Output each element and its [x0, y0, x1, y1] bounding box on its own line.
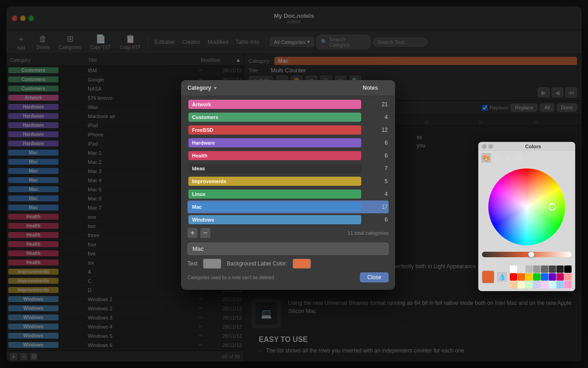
- colors-close-dot[interactable]: [482, 144, 486, 149]
- modal-cat-bar: Ideas: [188, 164, 361, 173]
- modal-cat-count: 4: [365, 114, 388, 120]
- color-swatch-cell[interactable]: [564, 273, 572, 281]
- modal-cat-bar: Windows: [188, 215, 361, 224]
- colors-traffic-lights: [482, 144, 493, 149]
- modal-category-item[interactable]: FreeBSD 12: [187, 124, 389, 136]
- color-swatch-cell[interactable]: [541, 265, 548, 273]
- color-swatch-cell[interactable]: [541, 273, 548, 281]
- color-swatch-cell[interactable]: [549, 273, 556, 281]
- modal-category-item[interactable]: Improvements 5: [187, 175, 389, 188]
- color-swatches-area: 💧: [478, 263, 575, 291]
- color-wheel-mode-btn[interactable]: 🎨: [481, 153, 491, 163]
- modal-cat-count: 4: [365, 191, 388, 197]
- remove-category-button[interactable]: −: [200, 228, 210, 238]
- modal-cat-count: 6: [365, 152, 388, 159]
- color-swatch-cell[interactable]: [510, 273, 517, 281]
- color-sliders-area: [478, 249, 575, 263]
- modal-edit-section: Text Background Label Color:: [181, 238, 395, 269]
- modal-category-item[interactable]: Windows 6: [187, 213, 389, 224]
- colors-panel-title: Colors: [495, 144, 572, 149]
- modal-category-item[interactable]: Customers 4: [187, 111, 389, 124]
- modal-notes-col-header: Notes: [352, 85, 389, 91]
- brightness-thumb: [528, 251, 535, 258]
- text-color-swatch[interactable]: [203, 259, 221, 269]
- color-wheel-cursor: [549, 203, 556, 211]
- modal-category-item[interactable]: Artwork 21: [187, 98, 389, 111]
- modal-category-col-header: Category ▼: [187, 85, 352, 91]
- add-category-button[interactable]: +: [187, 228, 198, 238]
- modal-cat-bar: Improvements: [188, 177, 361, 186]
- color-swatch-cell[interactable]: [510, 265, 517, 273]
- color-swatch-cell[interactable]: [564, 281, 572, 288]
- modal-category-item[interactable]: Linux 4: [187, 188, 389, 200]
- color-swatch-cell[interactable]: [525, 273, 533, 281]
- brightness-slider[interactable]: [482, 252, 572, 257]
- color-modes-bar: 🎨 ⊟ ⊞ 🖼 ✏: [478, 151, 575, 165]
- color-crayons-mode-btn[interactable]: ✏: [525, 153, 535, 163]
- modal-category-item[interactable]: Hardware 6: [187, 136, 389, 149]
- modal-cat-count: 21: [365, 101, 388, 108]
- modal-category-header-label: Category: [187, 85, 211, 91]
- color-swatch-cell[interactable]: [518, 265, 525, 273]
- delete-note: Categories used by a note can't be delet…: [187, 275, 274, 280]
- modal-category-item[interactable]: Ideas 7: [187, 162, 389, 175]
- color-swatch-cell[interactable]: [556, 281, 564, 288]
- current-color-swatch[interactable]: [482, 271, 494, 283]
- color-swatch-cell[interactable]: [518, 281, 525, 288]
- modal-cat-bar: Customers: [188, 113, 361, 122]
- colors-panel: Colors 🎨 ⊟ ⊞ 🖼 ✏ 💧: [478, 142, 575, 291]
- color-swatch-cell[interactable]: [518, 273, 525, 281]
- text-color-label: Text: [187, 260, 198, 267]
- modal-cat-count: 6: [365, 216, 388, 223]
- color-swatch-cell[interactable]: [556, 273, 564, 281]
- color-image-mode-btn[interactable]: 🖼: [514, 153, 524, 163]
- category-name-input[interactable]: [187, 243, 389, 255]
- color-swatch-cell[interactable]: [533, 281, 540, 288]
- modal-cat-bar: Mac: [188, 202, 361, 211]
- color-swatch-cell[interactable]: [525, 281, 533, 288]
- color-swatch-cell[interactable]: [525, 265, 533, 273]
- modal-header: Category ▼ Notes: [181, 80, 395, 96]
- modal-cat-bar: Linux: [188, 189, 361, 199]
- modal-category-item[interactable]: Health 6: [187, 149, 389, 162]
- modal-cat-count: 5: [365, 178, 388, 184]
- color-swatch-cell[interactable]: [510, 281, 517, 288]
- color-swatch-cell[interactable]: [549, 281, 556, 288]
- modal-cat-count: 6: [365, 140, 388, 146]
- close-modal-button[interactable]: Close: [360, 272, 389, 282]
- modal-category-item[interactable]: Mac 17: [187, 200, 389, 213]
- colors-minimize-dot[interactable]: [488, 144, 493, 149]
- bg-color-label: Background Label Color:: [227, 260, 287, 267]
- color-wheel-container[interactable]: [478, 165, 575, 249]
- sort-down-icon: ▼: [213, 86, 218, 91]
- modal-cat-count: 12: [365, 127, 388, 133]
- modal-cat-bar: Hardware: [188, 138, 361, 147]
- color-sliders-mode-btn[interactable]: ⊟: [492, 153, 502, 163]
- color-swatch-cell[interactable]: [549, 265, 556, 273]
- total-categories: 11 total categories: [213, 230, 389, 236]
- modal-cat-bar: Health: [188, 151, 361, 160]
- modal-cat-bar: FreeBSD: [188, 125, 361, 135]
- color-swatch-grid: [510, 265, 572, 288]
- modal-cat-bar: Artwork: [188, 100, 361, 109]
- color-swatch-cell[interactable]: [564, 265, 572, 273]
- color-swatch-cell[interactable]: [533, 265, 540, 273]
- modal-bottom-row: Categories used by a note can't be delet…: [181, 269, 395, 282]
- categories-modal: Category ▼ Notes Artwork 21 Customers 4 …: [181, 80, 395, 290]
- bg-color-swatch[interactable]: [293, 259, 311, 269]
- modal-list-footer: + − 11 total categories: [181, 224, 395, 238]
- color-swatch-cell[interactable]: [533, 273, 540, 281]
- color-swatch-cell[interactable]: [541, 281, 548, 288]
- modal-cat-count: 7: [365, 165, 388, 172]
- color-wheel[interactable]: [488, 168, 565, 245]
- color-palette-mode-btn[interactable]: ⊞: [503, 153, 513, 163]
- modal-list: Artwork 21 Customers 4 FreeBSD 12 Hardwa…: [181, 96, 395, 224]
- modal-color-row: Text Background Label Color:: [187, 259, 389, 269]
- colors-panel-header: Colors: [478, 142, 575, 151]
- eyedropper-button[interactable]: 💧: [497, 272, 507, 282]
- modal-cat-count: 17: [365, 204, 388, 210]
- color-swatch-cell[interactable]: [556, 265, 564, 273]
